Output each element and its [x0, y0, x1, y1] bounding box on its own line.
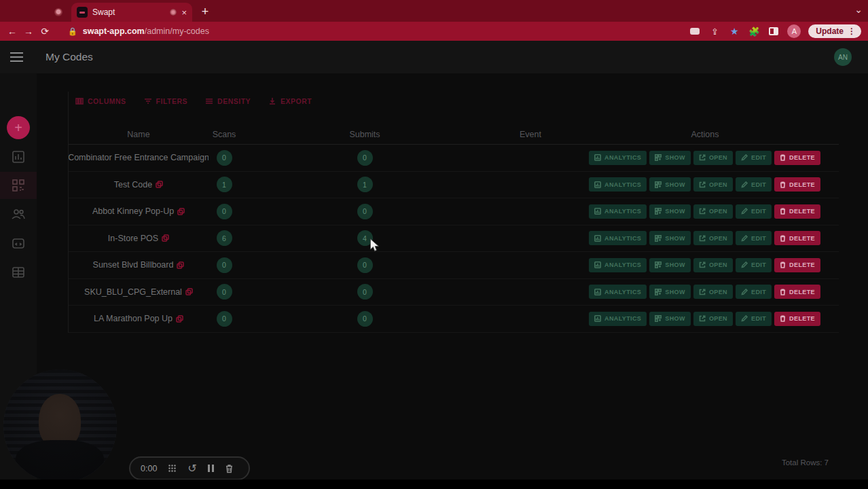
columns-button[interactable]: COLUMNS [75, 97, 126, 105]
analytics-button[interactable]: ANALYTICS [589, 258, 647, 272]
edit-button[interactable]: EDIT [736, 312, 772, 326]
table-row[interactable]: SKU_BLU_CPG_External 0 0 ANALYTICS SHOW … [69, 279, 839, 306]
open-button[interactable]: OPEN [693, 151, 733, 165]
extensions-icon[interactable]: 🧩 [748, 26, 760, 37]
analytics-button[interactable]: ANALYTICS [589, 177, 647, 192]
delete-button[interactable]: DELETE [774, 204, 820, 219]
sidebar-item-scanner[interactable] [0, 230, 37, 257]
browser-tab-swapt[interactable]: Swapt × [71, 3, 192, 22]
browser-menu-icon[interactable]: ⋮ [848, 26, 856, 36]
copy-icon[interactable] [162, 234, 169, 242]
delete-button-label: DELETE [789, 289, 815, 295]
table-row[interactable]: Combinator Free Entrance Campaign 0 0 AN… [69, 145, 839, 172]
user-avatar[interactable]: AN [834, 48, 852, 66]
table-row[interactable]: LA Marathon Pop Up 0 0 ANALYTICS SHOW OP… [69, 306, 839, 333]
delete-button[interactable]: DELETE [774, 258, 820, 272]
reload-button[interactable]: ⟳ [37, 26, 53, 37]
copy-icon[interactable] [176, 315, 183, 323]
delete-button[interactable]: DELETE [774, 151, 820, 165]
edit-button-label: EDIT [751, 208, 766, 215]
sidebar-item-widgets[interactable] [0, 259, 37, 286]
edit-button[interactable]: EDIT [736, 258, 772, 272]
media-control-icon[interactable] [689, 26, 701, 37]
open-button[interactable]: OPEN [693, 204, 733, 219]
column-header-scans[interactable]: Scans [209, 130, 240, 139]
column-header-event[interactable]: Event [490, 130, 571, 139]
open-button[interactable]: OPEN [693, 312, 733, 326]
open-button[interactable]: OPEN [693, 177, 733, 192]
copy-icon[interactable] [177, 261, 184, 269]
tab-search-chevron-icon[interactable]: ⌄ [854, 4, 863, 15]
new-tab-button[interactable]: + [197, 3, 213, 20]
recorder-control-bar[interactable]: 0:00 ↺ [129, 456, 250, 480]
show-button[interactable]: SHOW [649, 258, 691, 272]
show-button[interactable]: SHOW [649, 231, 691, 245]
row-name: In-Store POS [108, 234, 158, 243]
analytics-button[interactable]: ANALYTICS [589, 204, 647, 219]
delete-button[interactable]: DELETE [774, 285, 820, 299]
sidebar-item-analytics[interactable] [0, 143, 37, 170]
column-header-submits[interactable]: Submits [240, 130, 490, 139]
edit-button[interactable]: EDIT [736, 285, 772, 299]
copy-icon[interactable] [156, 181, 163, 188]
open-button[interactable]: OPEN [693, 258, 733, 272]
forward-button[interactable]: → [20, 26, 37, 37]
row-actions: ANALYTICS SHOW OPEN EDIT DELETE [571, 285, 839, 299]
edit-button[interactable]: EDIT [736, 177, 772, 192]
analytics-button-label: ANALYTICS [604, 208, 641, 215]
analytics-button[interactable]: ANALYTICS [589, 151, 647, 165]
column-header-actions[interactable]: Actions [571, 130, 839, 139]
drag-handle-icon[interactable] [168, 464, 177, 473]
code-name-cell: LA Marathon Pop Up [69, 314, 209, 323]
export-button[interactable]: EXPORT [268, 97, 312, 105]
sidebar-item-users[interactable] [0, 200, 37, 228]
qr-icon [655, 315, 662, 322]
copy-icon[interactable] [177, 208, 185, 215]
open-button[interactable]: OPEN [693, 231, 733, 245]
share-icon[interactable]: ⇪ [708, 26, 721, 37]
bottom-letterbox [0, 479, 868, 489]
browser-profile-avatar[interactable]: A [787, 24, 801, 38]
show-button[interactable]: SHOW [649, 204, 691, 219]
copy-icon[interactable] [185, 288, 193, 295]
analytics-button[interactable]: ANALYTICS [589, 312, 647, 326]
back-button[interactable]: ← [4, 26, 20, 37]
edit-button-label: EDIT [751, 154, 766, 161]
delete-recording-icon[interactable] [225, 464, 234, 473]
analytics-button[interactable]: ANALYTICS [589, 285, 647, 299]
tab-close-icon[interactable]: × [181, 8, 187, 17]
edit-button[interactable]: EDIT [736, 204, 772, 219]
show-button[interactable]: SHOW [649, 177, 691, 192]
table-row[interactable]: Sunset Blvd Billboard 0 0 ANALYTICS SHOW… [69, 252, 839, 279]
scans-badge: 0 [217, 311, 232, 327]
delete-button[interactable]: DELETE [774, 177, 820, 192]
restart-recording-icon[interactable]: ↺ [187, 462, 196, 475]
lock-icon[interactable]: 🔒 [68, 27, 77, 36]
table-row[interactable]: Test Code 1 1 ANALYTICS SHOW OPEN EDI [69, 172, 839, 199]
edit-button[interactable]: EDIT [736, 231, 772, 245]
delete-button[interactable]: DELETE [774, 312, 820, 326]
pause-recording-icon[interactable] [208, 465, 214, 472]
address-bar[interactable]: swapt-app.com/admin/my-codes [83, 26, 209, 36]
add-code-button[interactable]: + [7, 116, 30, 139]
show-button[interactable]: SHOW [649, 312, 691, 326]
code-name-cell: Sunset Blvd Billboard [69, 260, 209, 270]
hamburger-menu-icon[interactable] [10, 52, 23, 62]
bookmark-star-icon[interactable]: ★ [728, 26, 740, 37]
open-button[interactable]: OPEN [693, 285, 733, 299]
delete-button[interactable]: DELETE [774, 231, 820, 245]
density-button[interactable]: DENSITY [205, 97, 251, 105]
show-button[interactable]: SHOW [649, 285, 691, 299]
table-row[interactable]: In-Store POS 6 4 ANALYTICS SHOW OPEN [69, 225, 839, 253]
show-button[interactable]: SHOW [649, 151, 691, 165]
analytics-button[interactable]: ANALYTICS [589, 231, 647, 245]
edit-button[interactable]: EDIT [736, 151, 772, 165]
column-header-name[interactable]: Name [69, 130, 209, 139]
side-panel-icon[interactable] [767, 26, 780, 37]
sidebar-item-my-codes[interactable] [0, 172, 37, 199]
update-button[interactable]: Update ⋮ [808, 24, 861, 38]
table-row[interactable]: Abbot Kinney Pop-Up 0 0 ANALYTICS SHOW O… [69, 198, 839, 225]
webcam-overlay[interactable] [3, 369, 117, 483]
app-header: My Codes AN [0, 41, 868, 73]
filters-button[interactable]: FILTERS [144, 97, 187, 105]
